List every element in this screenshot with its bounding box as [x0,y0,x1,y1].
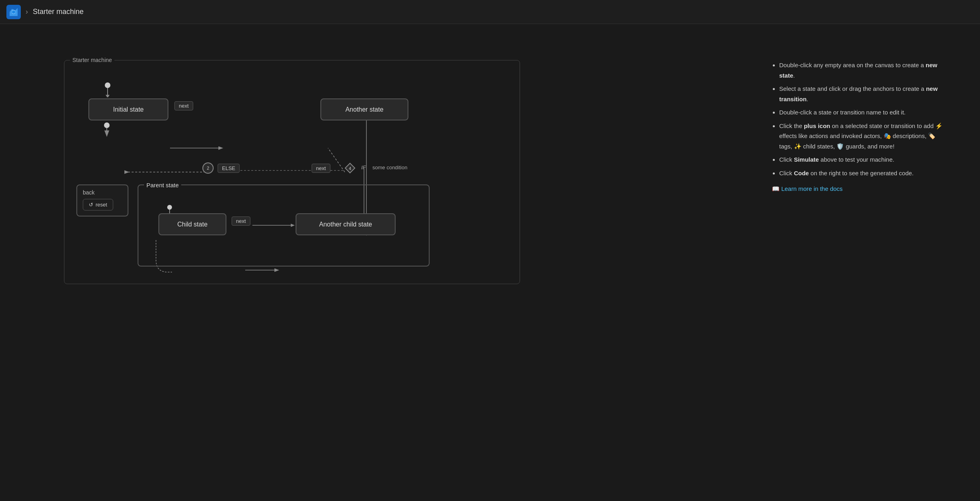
condition-text: some condition [372,164,407,170]
info-item-3: Double-click a state or transition name … [779,107,948,118]
badge-2: 2 [202,162,214,174]
transition-next-before-diamond[interactable]: next [312,164,330,173]
svg-marker-21 [291,224,295,227]
svg-point-17 [167,205,172,210]
app-logo[interactable] [6,5,21,19]
transition-next-child[interactable]: next [232,216,250,226]
initial-state-label: Initial state [113,106,144,113]
initial-indicator [103,81,115,97]
initial-state-node[interactable]: Initial state [88,98,168,120]
topbar: › Starter machine [0,0,980,24]
if-label: IF [361,164,366,170]
parent-state-node[interactable]: Parent state Child state next [138,184,430,267]
back-label: back [83,189,122,196]
info-item-6: Click Code on the right to see the gener… [779,168,948,178]
reset-button[interactable]: ↺ reset [83,199,113,210]
topbar-chevron: › [26,8,28,16]
back-box: back ↺ reset [76,184,128,216]
info-item-1: Double-click any empty area on the canva… [779,60,948,80]
another-state-label: Another state [345,106,383,113]
docs-link-container: 📖 Learn more in the docs [772,184,948,194]
transition-else[interactable]: ELSE [218,164,240,173]
reset-icon: ↺ [89,202,93,208]
info-item-4: Click the plus icon on a selected state … [779,121,948,152]
machine-container: Starter machine Initial state next Anoth… [64,60,520,284]
info-item-2: Select a state and click or drag the anc… [779,84,948,104]
main-canvas[interactable]: Starter machine Initial state next Anoth… [0,24,980,501]
info-item-5: Click Simulate above to test your machin… [779,154,948,165]
another-child-state-node[interactable]: Another child state [296,213,396,235]
svg-point-9 [105,82,110,88]
transition-next-1[interactable]: next [174,101,193,110]
another-state-node[interactable]: Another state [320,98,408,120]
docs-link[interactable]: Learn more in the docs [781,185,842,192]
svg-marker-11 [106,95,110,97]
svg-text:4: 4 [349,166,351,171]
child-state-label: Child state [177,221,208,228]
badge-diamond-4: 4 [344,162,356,174]
another-child-state-label: Another child state [319,221,372,228]
topbar-title: Starter machine [33,8,84,16]
parent-state-label: Parent state [144,182,181,188]
docs-emoji: 📖 [772,185,781,192]
info-panel: Double-click any empty area on the canva… [772,60,948,194]
child-state-node[interactable]: Child state [158,213,226,235]
machine-label: Starter machine [70,57,114,63]
